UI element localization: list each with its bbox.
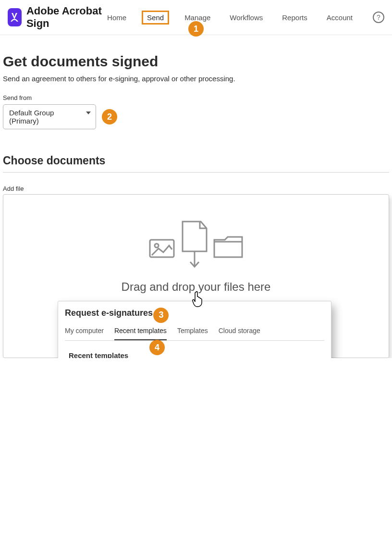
svg-point-1 xyxy=(155,244,159,248)
page-title: Get documents signed xyxy=(3,53,389,70)
step-marker-1: 1 xyxy=(188,21,204,37)
send-from-label: Send from xyxy=(3,94,389,101)
step-marker-4: 4 xyxy=(149,340,165,355)
pointer-cursor-icon xyxy=(191,290,206,310)
nav-home[interactable]: Home xyxy=(103,11,130,25)
brand-area: Adobe Acrobat Sign xyxy=(8,5,103,30)
nav-send[interactable]: Send xyxy=(142,11,169,25)
step-marker-2: 2 xyxy=(102,109,117,124)
help-icon[interactable]: ? xyxy=(373,12,384,23)
send-from-value: Default Group (Primary) xyxy=(9,109,54,125)
choose-documents-heading: Choose documents xyxy=(3,154,389,173)
popup-section-label: Recent templates xyxy=(58,351,331,358)
popup-title: Request e-signatures xyxy=(65,308,324,318)
dropzone-icons xyxy=(13,218,379,271)
page-subtitle: Send an agreement to others for e-signin… xyxy=(3,74,389,83)
main-nav: Home Send Manage Workflows Reports Accou… xyxy=(103,11,384,25)
nav-account[interactable]: Account xyxy=(323,11,356,25)
nav-reports[interactable]: Reports xyxy=(278,11,311,25)
nav-workflows[interactable]: Workflows xyxy=(226,11,267,25)
tab-templates[interactable]: Templates xyxy=(177,324,208,340)
acrobat-logo-icon xyxy=(8,8,22,26)
tab-my-computer[interactable]: My computer xyxy=(65,324,104,340)
popup-tabs: My computer Recent templates Templates C… xyxy=(65,324,324,341)
tab-recent-templates[interactable]: Recent templates xyxy=(114,324,167,340)
brand-title: Adobe Acrobat Sign xyxy=(26,5,103,30)
step-marker-3: 3 xyxy=(153,308,169,323)
add-file-label: Add file xyxy=(3,185,389,192)
send-from-select[interactable]: Default Group (Primary) xyxy=(3,104,96,129)
tab-cloud-storage[interactable]: Cloud storage xyxy=(219,324,260,340)
